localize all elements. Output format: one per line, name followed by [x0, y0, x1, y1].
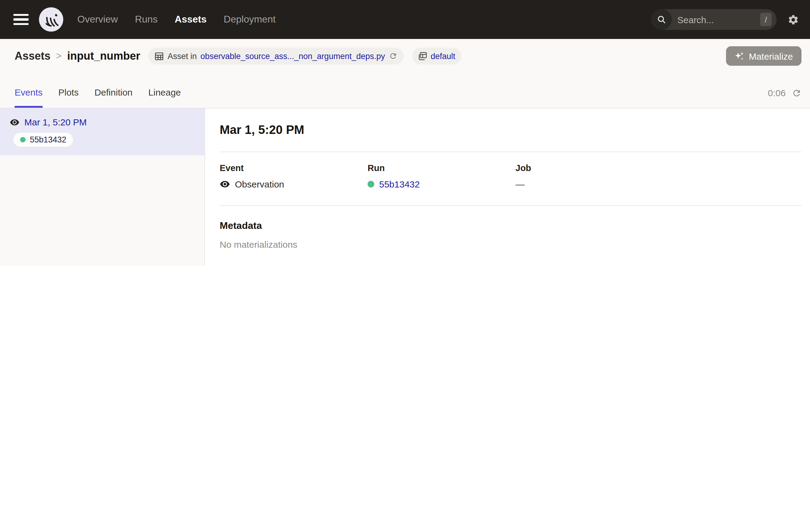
job-column-label: Job: [516, 163, 663, 173]
asset-pill-prefix: Asset in: [168, 51, 197, 61]
event-detail-title: Mar 1, 5:20 PM: [220, 123, 801, 137]
job-empty-value: —: [516, 179, 524, 189]
code-location-pill[interactable]: default: [412, 47, 461, 65]
reload-definition-icon[interactable]: [389, 52, 397, 60]
code-location-link[interactable]: default: [431, 51, 455, 61]
search-shortcut-badge: /: [760, 13, 772, 26]
event-detail-panel: Mar 1, 5:20 PM Event Observation Run: [205, 108, 810, 266]
run-id-badge-label: 55b13432: [30, 135, 66, 144]
repo-location-icon: [418, 51, 427, 61]
run-id-link[interactable]: 55b13432: [379, 179, 420, 189]
main-nav: Overview Runs Assets Deployment: [77, 14, 276, 25]
asset-tabs: Events Plots Definition Lineage: [15, 87, 181, 108]
nav-item-overview[interactable]: Overview: [77, 14, 118, 25]
nav-item-deployment[interactable]: Deployment: [224, 14, 276, 25]
table-grid-icon: [155, 51, 164, 61]
asset-header-row: Assets > input_number Asset in observabl…: [0, 39, 810, 73]
observation-eye-icon: [220, 179, 230, 189]
search-placeholder: Search...: [677, 14, 760, 25]
hamburger-menu-icon[interactable]: [13, 14, 29, 25]
run-id-badge[interactable]: 55b13432: [13, 133, 73, 147]
asset-definition-pill[interactable]: Asset in observable_source_ass..._non_ar…: [149, 47, 403, 65]
tab-events[interactable]: Events: [15, 87, 43, 108]
event-type-value: Observation: [235, 179, 284, 189]
divider: [220, 151, 801, 152]
event-column-label: Event: [220, 163, 368, 173]
run-success-dot-icon: [368, 181, 374, 188]
run-column-label: Run: [368, 163, 516, 173]
event-timestamp: Mar 1, 5:20 PM: [25, 117, 87, 127]
refresh-countdown: 0:06: [768, 88, 785, 98]
top-navbar: Overview Runs Assets Deployment Search..…: [0, 0, 810, 39]
dagster-logo-icon[interactable]: [38, 7, 64, 32]
breadcrumb-separator: >: [56, 50, 62, 62]
tab-plots[interactable]: Plots: [59, 87, 79, 108]
nav-item-assets[interactable]: Assets: [175, 14, 207, 25]
app-window: Overview Runs Assets Deployment Search..…: [0, 0, 810, 266]
nav-item-runs[interactable]: Runs: [135, 14, 158, 25]
event-list-item[interactable]: Mar 1, 5:20 PM 55b13432: [0, 108, 205, 155]
asset-tabs-row: Events Plots Definition Lineage 0:06: [0, 73, 810, 108]
asset-definition-link[interactable]: observable_source_ass..._non_argument_de…: [200, 51, 385, 61]
metadata-heading: Metadata: [220, 220, 801, 231]
search-input[interactable]: Search... /: [651, 9, 777, 30]
system-tags-heading: System tags: [220, 265, 801, 266]
materialize-button[interactable]: Materialize: [726, 46, 801, 66]
tab-lineage[interactable]: Lineage: [148, 87, 181, 108]
divider: [220, 205, 801, 206]
tab-definition[interactable]: Definition: [94, 87, 132, 108]
metadata-empty-text: No materializations: [220, 239, 801, 249]
search-icon: [651, 9, 672, 30]
settings-gear-icon[interactable]: [788, 14, 799, 25]
event-list-sidebar: Mar 1, 5:20 PM 55b13432: [0, 108, 205, 266]
breadcrumb-asset-name: input_number: [67, 50, 140, 62]
breadcrumb-assets-link[interactable]: Assets: [15, 50, 50, 62]
refresh-icon[interactable]: [792, 88, 801, 98]
observation-eye-icon: [10, 117, 19, 127]
sparkle-icon: [735, 51, 745, 61]
run-success-dot-icon: [20, 137, 26, 142]
materialize-button-label: Materialize: [749, 51, 793, 61]
